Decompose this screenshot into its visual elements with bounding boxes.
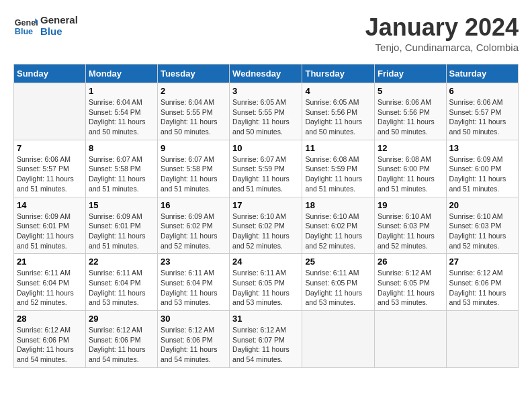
day-number: 8 — [89, 143, 154, 153]
day-info: Sunrise: 6:12 AMSunset: 6:05 PMDaylight:… — [378, 268, 443, 308]
calendar-day-cell — [446, 311, 518, 368]
calendar-day-cell: 30 Sunrise: 6:12 AMSunset: 6:06 PMDaylig… — [157, 311, 229, 368]
logo-blue: Blue — [40, 26, 78, 37]
day-info: Sunrise: 6:11 AMSunset: 6:05 PMDaylight:… — [232, 268, 299, 308]
day-number: 24 — [232, 257, 299, 267]
logo-general: General — [40, 14, 78, 26]
day-info: Sunrise: 6:09 AMSunset: 6:02 PMDaylight:… — [161, 212, 226, 251]
calendar-day-cell: 12 Sunrise: 6:08 AMSunset: 6:00 PMDaylig… — [375, 140, 447, 197]
calendar-day-cell: 29 Sunrise: 6:12 AMSunset: 6:06 PMDaylig… — [85, 311, 157, 368]
calendar-week-row: 7 Sunrise: 6:06 AMSunset: 5:57 PMDayligh… — [14, 140, 519, 197]
month-title: January 2024 — [365, 13, 519, 42]
calendar-week-row: 14 Sunrise: 6:09 AMSunset: 6:01 PMDaylig… — [14, 197, 519, 254]
day-number: 23 — [161, 257, 226, 267]
day-info: Sunrise: 6:12 AMSunset: 6:06 PMDaylight:… — [89, 325, 154, 365]
logo-icon: General Blue — [13, 13, 38, 38]
day-info: Sunrise: 6:08 AMSunset: 5:59 PMDaylight:… — [305, 154, 371, 194]
day-info: Sunrise: 6:08 AMSunset: 6:00 PMDaylight:… — [378, 154, 443, 194]
calendar-day-cell: 8 Sunrise: 6:07 AMSunset: 5:58 PMDayligh… — [85, 140, 157, 197]
day-number: 22 — [89, 257, 154, 267]
weekday-header-cell: Tuesday — [157, 64, 229, 83]
day-number: 2 — [161, 86, 226, 96]
calendar-day-cell: 16 Sunrise: 6:09 AMSunset: 6:02 PMDaylig… — [157, 197, 229, 254]
calendar-day-cell: 18 Sunrise: 6:10 AMSunset: 6:02 PMDaylig… — [302, 197, 375, 254]
calendar-day-cell: 4 Sunrise: 6:05 AMSunset: 5:56 PMDayligh… — [302, 83, 375, 140]
day-number: 5 — [378, 86, 443, 96]
day-info: Sunrise: 6:09 AMSunset: 6:01 PMDaylight:… — [17, 212, 83, 251]
calendar-day-cell: 17 Sunrise: 6:10 AMSunset: 6:02 PMDaylig… — [230, 197, 302, 254]
day-number: 13 — [449, 143, 515, 153]
calendar-day-cell: 20 Sunrise: 6:10 AMSunset: 6:03 PMDaylig… — [446, 197, 518, 254]
calendar-day-cell: 6 Sunrise: 6:06 AMSunset: 5:57 PMDayligh… — [446, 83, 518, 140]
calendar-day-cell: 7 Sunrise: 6:06 AMSunset: 5:57 PMDayligh… — [14, 140, 86, 197]
day-info: Sunrise: 6:12 AMSunset: 6:06 PMDaylight:… — [17, 325, 83, 365]
day-info: Sunrise: 6:05 AMSunset: 5:56 PMDaylight:… — [305, 97, 371, 137]
calendar-day-cell: 3 Sunrise: 6:05 AMSunset: 5:55 PMDayligh… — [230, 83, 302, 140]
day-number: 31 — [232, 314, 299, 324]
day-info: Sunrise: 6:06 AMSunset: 5:57 PMDaylight:… — [449, 97, 515, 137]
calendar-day-cell: 28 Sunrise: 6:12 AMSunset: 6:06 PMDaylig… — [14, 311, 86, 368]
day-number: 7 — [17, 143, 83, 153]
day-info: Sunrise: 6:06 AMSunset: 5:57 PMDaylight:… — [17, 154, 83, 194]
weekday-header-cell: Thursday — [302, 64, 375, 83]
day-number: 20 — [449, 200, 515, 210]
calendar-day-cell: 1 Sunrise: 6:04 AMSunset: 5:54 PMDayligh… — [85, 83, 157, 140]
day-number: 15 — [89, 200, 154, 210]
day-number: 1 — [89, 86, 154, 96]
day-number: 18 — [305, 200, 371, 210]
weekday-header-cell: Saturday — [446, 64, 518, 83]
calendar-day-cell: 27 Sunrise: 6:12 AMSunset: 6:06 PMDaylig… — [446, 254, 518, 311]
day-info: Sunrise: 6:04 AMSunset: 5:55 PMDaylight:… — [161, 97, 226, 137]
calendar-day-cell: 31 Sunrise: 6:12 AMSunset: 6:07 PMDaylig… — [230, 311, 302, 368]
day-info: Sunrise: 6:12 AMSunset: 6:06 PMDaylight:… — [161, 325, 226, 365]
day-info: Sunrise: 6:10 AMSunset: 6:03 PMDaylight:… — [449, 212, 515, 251]
day-info: Sunrise: 6:10 AMSunset: 6:02 PMDaylight:… — [305, 212, 371, 251]
day-info: Sunrise: 6:04 AMSunset: 5:54 PMDaylight:… — [89, 97, 154, 137]
calendar-day-cell — [302, 311, 375, 368]
day-number: 29 — [89, 314, 154, 324]
day-number: 25 — [305, 257, 371, 267]
calendar-body: 1 Sunrise: 6:04 AMSunset: 5:54 PMDayligh… — [14, 83, 519, 368]
calendar-day-cell: 5 Sunrise: 6:06 AMSunset: 5:56 PMDayligh… — [375, 83, 447, 140]
day-info: Sunrise: 6:09 AMSunset: 6:00 PMDaylight:… — [449, 154, 515, 194]
day-info: Sunrise: 6:10 AMSunset: 6:02 PMDaylight:… — [232, 212, 299, 251]
day-info: Sunrise: 6:11 AMSunset: 6:04 PMDaylight:… — [89, 268, 154, 308]
day-info: Sunrise: 6:07 AMSunset: 5:59 PMDaylight:… — [232, 154, 299, 194]
day-info: Sunrise: 6:12 AMSunset: 6:06 PMDaylight:… — [449, 268, 515, 308]
day-number: 11 — [305, 143, 371, 153]
calendar-day-cell: 15 Sunrise: 6:09 AMSunset: 6:01 PMDaylig… — [85, 197, 157, 254]
day-number: 30 — [161, 314, 226, 324]
day-info: Sunrise: 6:07 AMSunset: 5:58 PMDaylight:… — [161, 154, 226, 194]
calendar-day-cell: 14 Sunrise: 6:09 AMSunset: 6:01 PMDaylig… — [14, 197, 86, 254]
day-number: 28 — [17, 314, 83, 324]
location-subtitle: Tenjo, Cundinamarca, Colombia — [365, 42, 519, 53]
calendar-day-cell: 23 Sunrise: 6:11 AMSunset: 6:04 PMDaylig… — [157, 254, 229, 311]
weekday-header-row: SundayMondayTuesdayWednesdayThursdayFrid… — [14, 64, 519, 83]
day-info: Sunrise: 6:11 AMSunset: 6:05 PMDaylight:… — [305, 268, 371, 308]
weekday-header-cell: Sunday — [14, 64, 86, 83]
weekday-header-cell: Monday — [85, 64, 157, 83]
day-number: 27 — [449, 257, 515, 267]
day-number: 26 — [378, 257, 443, 267]
calendar-day-cell — [375, 311, 447, 368]
calendar-week-row: 21 Sunrise: 6:11 AMSunset: 6:04 PMDaylig… — [14, 254, 519, 311]
calendar-week-row: 1 Sunrise: 6:04 AMSunset: 5:54 PMDayligh… — [14, 83, 519, 140]
calendar-day-cell: 22 Sunrise: 6:11 AMSunset: 6:04 PMDaylig… — [85, 254, 157, 311]
page-header: General Blue General Blue January 2024 T… — [13, 13, 519, 53]
day-number: 4 — [305, 86, 371, 96]
day-number: 3 — [232, 86, 299, 96]
calendar-day-cell: 21 Sunrise: 6:11 AMSunset: 6:04 PMDaylig… — [14, 254, 86, 311]
day-number: 21 — [17, 257, 83, 267]
calendar-week-row: 28 Sunrise: 6:12 AMSunset: 6:06 PMDaylig… — [14, 311, 519, 368]
day-number: 19 — [378, 200, 443, 210]
calendar-day-cell: 13 Sunrise: 6:09 AMSunset: 6:00 PMDaylig… — [446, 140, 518, 197]
weekday-header-cell: Friday — [375, 64, 447, 83]
calendar-day-cell: 9 Sunrise: 6:07 AMSunset: 5:58 PMDayligh… — [157, 140, 229, 197]
title-block: January 2024 Tenjo, Cundinamarca, Colomb… — [365, 13, 519, 53]
day-info: Sunrise: 6:09 AMSunset: 6:01 PMDaylight:… — [89, 212, 154, 251]
calendar-day-cell: 25 Sunrise: 6:11 AMSunset: 6:05 PMDaylig… — [302, 254, 375, 311]
logo: General Blue General Blue — [13, 13, 78, 38]
day-info: Sunrise: 6:06 AMSunset: 5:56 PMDaylight:… — [378, 97, 443, 137]
day-number: 12 — [378, 143, 443, 153]
calendar-day-cell: 24 Sunrise: 6:11 AMSunset: 6:05 PMDaylig… — [230, 254, 302, 311]
